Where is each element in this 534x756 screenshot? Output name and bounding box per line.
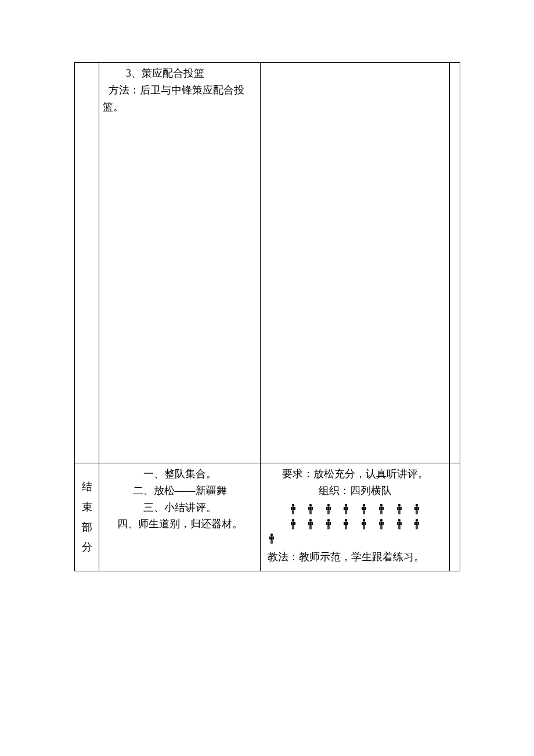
svg-point-48 (292, 519, 294, 521)
svg-rect-31 (381, 507, 383, 511)
svg-rect-9 (312, 507, 313, 510)
svg-rect-21 (347, 507, 348, 510)
svg-rect-52 (292, 525, 293, 529)
person-icon (325, 519, 332, 530)
svg-rect-46 (416, 511, 417, 514)
svg-rect-65 (329, 525, 329, 529)
svg-rect-59 (311, 525, 312, 529)
svg-rect-98 (269, 537, 270, 539)
content-method: 方法：后卫与中锋策应配合投篮。 (103, 84, 244, 113)
svg-point-90 (416, 519, 418, 521)
svg-rect-5 (293, 511, 294, 514)
content-line: 一、整队集合。 (103, 466, 257, 483)
section-cell-blank (75, 63, 99, 463)
svg-rect-81 (383, 522, 384, 525)
svg-point-84 (398, 519, 400, 521)
svg-rect-95 (417, 525, 418, 529)
svg-point-96 (270, 534, 273, 536)
svg-rect-4 (292, 511, 293, 514)
svg-rect-69 (347, 522, 348, 525)
svg-point-54 (309, 519, 312, 521)
narrow-cell-row2 (450, 463, 460, 571)
svg-rect-44 (414, 507, 416, 510)
svg-rect-1 (292, 507, 294, 511)
org-org: 组织：四列横队 (264, 483, 446, 499)
person-icon (360, 503, 367, 515)
svg-rect-82 (381, 525, 381, 529)
svg-rect-15 (330, 507, 331, 510)
section-char: 分 (78, 539, 95, 556)
svg-rect-75 (365, 522, 366, 525)
svg-rect-85 (398, 521, 400, 525)
svg-rect-88 (398, 525, 399, 529)
svg-rect-20 (344, 507, 345, 510)
org-cell-row2: 要求：放松充分，认真听讲评。 组织：四列横队 (261, 463, 450, 571)
svg-point-36 (398, 504, 400, 506)
formation-teacher (264, 531, 446, 545)
svg-rect-68 (344, 522, 345, 525)
svg-rect-62 (326, 522, 327, 525)
svg-rect-79 (381, 521, 383, 525)
svg-rect-11 (311, 511, 312, 514)
formation-row (264, 502, 446, 516)
svg-rect-34 (381, 511, 381, 514)
narrow-cell-row1 (450, 63, 460, 463)
svg-point-12 (327, 504, 330, 506)
content-line: 二、放松——新疆舞 (103, 483, 257, 499)
svg-rect-22 (345, 511, 346, 514)
section-char: 结 (78, 478, 95, 495)
svg-rect-86 (397, 522, 398, 525)
svg-rect-37 (398, 507, 400, 511)
svg-rect-49 (292, 521, 294, 525)
person-icon (413, 503, 420, 515)
content-title: 3、策应配合投篮 (103, 65, 257, 82)
svg-rect-93 (418, 522, 419, 525)
svg-rect-27 (365, 507, 366, 510)
svg-rect-26 (362, 507, 363, 510)
svg-rect-29 (364, 511, 365, 514)
svg-point-0 (292, 504, 294, 506)
svg-rect-97 (270, 536, 272, 540)
svg-point-42 (416, 504, 418, 506)
svg-rect-19 (345, 507, 347, 511)
svg-rect-53 (293, 525, 294, 529)
svg-rect-91 (416, 521, 418, 525)
svg-rect-87 (400, 522, 402, 525)
svg-rect-58 (310, 525, 311, 529)
lesson-plan-table: 3、策应配合投篮 方法：后卫与中锋策应配合投篮。 结 束 部 分 一、整队集合。… (74, 62, 460, 571)
person-icon (396, 503, 403, 515)
svg-rect-25 (363, 507, 365, 511)
svg-rect-13 (327, 507, 329, 511)
svg-rect-40 (398, 511, 399, 514)
person-icon (342, 519, 349, 530)
svg-rect-56 (308, 522, 309, 525)
svg-point-78 (380, 519, 383, 521)
svg-rect-43 (416, 507, 418, 511)
svg-point-18 (345, 504, 347, 506)
svg-point-30 (380, 504, 383, 506)
svg-rect-32 (379, 507, 380, 510)
person-icon (378, 519, 385, 530)
svg-rect-61 (327, 521, 329, 525)
svg-rect-99 (273, 537, 274, 539)
svg-rect-94 (416, 525, 417, 529)
svg-rect-33 (383, 507, 384, 510)
svg-rect-101 (272, 540, 272, 543)
org-method: 教法：教师示范，学生跟着练习。 (264, 549, 446, 566)
person-icon (413, 519, 420, 530)
svg-rect-92 (414, 522, 416, 525)
content-cell-row2: 一、整队集合。 二、放松——新疆舞 三、小结讲评。 四、师生道别，归还器材。 (99, 463, 261, 571)
section-char: 束 (78, 499, 95, 516)
content-line: 四、师生道别，归还器材。 (103, 516, 257, 532)
svg-rect-23 (347, 511, 347, 514)
person-icon (325, 503, 332, 515)
formation-diagram (264, 502, 446, 546)
svg-rect-67 (345, 521, 347, 525)
svg-rect-7 (310, 507, 312, 511)
person-icon (342, 503, 349, 515)
svg-rect-63 (330, 522, 331, 525)
svg-rect-64 (327, 525, 328, 529)
svg-rect-39 (400, 507, 402, 510)
content-cell-row1: 3、策应配合投篮 方法：后卫与中锋策应配合投篮。 (99, 63, 261, 463)
svg-rect-100 (270, 540, 271, 543)
